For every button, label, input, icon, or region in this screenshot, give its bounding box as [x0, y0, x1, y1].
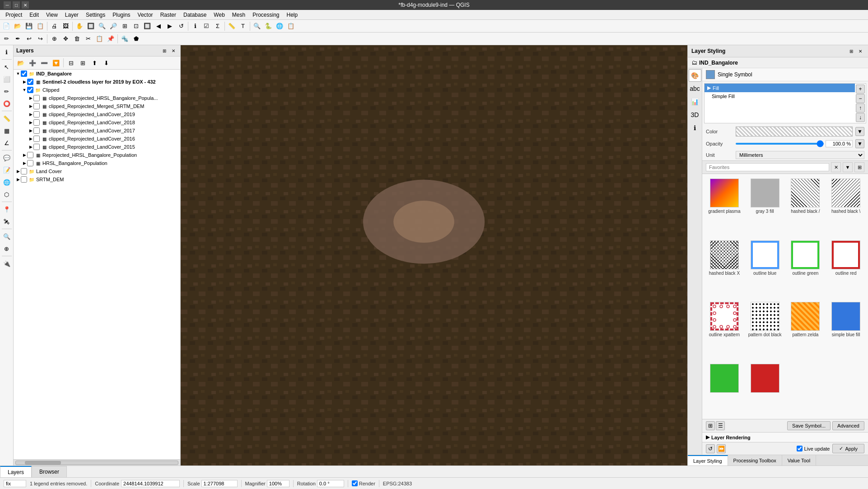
- unit-select[interactable]: Millimeters Pixels Points: [736, 151, 864, 159]
- remove-layer-button[interactable]: ➖: [39, 57, 50, 68]
- layer-item-hrsl-bangalore[interactable]: ▶ ▦ HRSL_Bangalore_Population: [14, 159, 180, 167]
- favorites-clear-button[interactable]: ✕: [831, 162, 841, 172]
- gps-button[interactable]: 🛰: [1, 216, 13, 227]
- delete-feature-button[interactable]: 🗑: [71, 33, 82, 44]
- layer-item-lc2018[interactable]: ▶ ▦ clipped_Reprojected_LandCover_2018: [14, 118, 180, 127]
- tab-browser[interactable]: Browser: [32, 466, 67, 477]
- select-button[interactable]: ☑: [201, 21, 212, 32]
- print-layout-button[interactable]: 🖨: [49, 21, 60, 32]
- layer-item-lc2017[interactable]: ▶ ▦ clipped_Reprojected_LandCover_2017: [14, 127, 180, 135]
- panel-icon2-button[interactable]: ⏩: [717, 444, 726, 453]
- layer-checkbox-lc2015[interactable]: [33, 144, 40, 150]
- symbol-hashed-slash[interactable]: hashed black /: [786, 177, 825, 237]
- opacity-options-button[interactable]: ▼: [855, 139, 864, 148]
- expand-icon[interactable]: ▶: [28, 96, 33, 100]
- open-project-button[interactable]: 📂: [12, 21, 23, 32]
- form-annotation-button[interactable]: 📝: [1, 164, 13, 176]
- add-feature-button[interactable]: ⊕: [49, 33, 60, 44]
- layer-item-sentinel[interactable]: ▶ ▦ Sentinel-2 cloudless layer for 2019 …: [14, 78, 180, 86]
- layer-checkbox-srtm-dem[interactable]: [21, 176, 27, 183]
- symbol-green-fill[interactable]: [705, 362, 744, 417]
- layer-checkbox-sentinel[interactable]: [27, 79, 33, 85]
- coordinate-input[interactable]: [121, 480, 180, 487]
- close-button[interactable]: ✕: [22, 1, 29, 9]
- layer-item-reproj-hrsl[interactable]: ▶ ▦ Reprojected_HRSL_Bangalore_Populatio…: [14, 151, 180, 159]
- menu-mesh[interactable]: Mesh: [229, 11, 249, 19]
- menu-help[interactable]: Help: [283, 11, 302, 19]
- layer-item-lc2019[interactable]: ▶ ▦ clipped_Reprojected_LandCover_2019: [14, 110, 180, 118]
- layer-checkbox-lc2019[interactable]: [33, 111, 40, 118]
- grid-view-button[interactable]: ⊞: [706, 421, 715, 430]
- identify-button[interactable]: ℹ: [190, 21, 201, 32]
- collapse-all-button[interactable]: ⊟: [65, 57, 76, 68]
- edit-button[interactable]: ✒: [12, 33, 23, 44]
- favorites-options-button[interactable]: ▼: [843, 162, 853, 172]
- expand-icon[interactable]: ▶: [22, 161, 27, 165]
- measure-angle-button[interactable]: ∠: [1, 137, 13, 149]
- layer-checkbox-hrsl-pop[interactable]: [33, 95, 40, 101]
- advanced-button[interactable]: Advanced: [832, 421, 864, 430]
- pan-map-button[interactable]: ✋: [74, 21, 85, 32]
- zoom-full-button[interactable]: ⊞: [119, 21, 130, 32]
- live-update-label[interactable]: Live update: [797, 446, 830, 451]
- layers-close-button[interactable]: ✕: [169, 47, 177, 55]
- zoom-selected-button[interactable]: ⊡: [131, 21, 141, 32]
- layer-item-srtm-dem[interactable]: ▶ 📁 SRTM_DEM: [14, 175, 180, 183]
- expand-all-button[interactable]: ⊞: [77, 57, 88, 68]
- snapping-button[interactable]: 🔩: [119, 33, 130, 44]
- remove-symbol-button[interactable]: −: [856, 94, 865, 103]
- layer-item-hrsl-pop[interactable]: ▶ ▦ clipped_Reprojected_HRSL_Bangalore_P…: [14, 94, 180, 102]
- menu-edit[interactable]: Edit: [26, 11, 42, 19]
- save-symbol-button[interactable]: Save Symbol...: [787, 421, 831, 430]
- layer-item-lc2015[interactable]: ▶ ▦ clipped_Reprojected_LandCover_2015: [14, 143, 180, 151]
- zoom-next-button[interactable]: ▶: [164, 21, 175, 32]
- symbol-outline-blue[interactable]: outline blue: [746, 239, 784, 299]
- statistics-button[interactable]: Σ: [212, 21, 223, 32]
- layer-item-srtm[interactable]: ▶ ▦ clipped_Reprojected_Merged_SRTM_DEM: [14, 102, 180, 110]
- select-features-button[interactable]: ↖: [1, 61, 13, 73]
- 3d-tab-button[interactable]: 3D: [689, 108, 701, 121]
- scale-input[interactable]: [201, 480, 238, 487]
- tab-layers[interactable]: Layers: [0, 466, 32, 477]
- svg-annotation-button[interactable]: ⬡: [1, 188, 13, 200]
- expand-icon[interactable]: ▼: [22, 88, 27, 92]
- color-options-button[interactable]: ▼: [855, 127, 864, 136]
- annotation-button[interactable]: 💬: [1, 152, 13, 164]
- measure-line-button[interactable]: 📏: [1, 113, 13, 124]
- pin-button[interactable]: 📍: [1, 203, 13, 215]
- expand-icon[interactable]: ▶: [28, 120, 33, 125]
- paste-feature-button[interactable]: 📌: [105, 33, 116, 44]
- stb-tab-value-tool[interactable]: Value Tool: [782, 455, 816, 465]
- measure-area-button[interactable]: ▦: [1, 125, 13, 136]
- expand-icon[interactable]: ▶: [28, 104, 33, 108]
- menu-plugins[interactable]: Plugins: [109, 11, 134, 19]
- layer-item-clipped[interactable]: ▼ 📁 Clipped: [14, 86, 180, 94]
- browser-button[interactable]: 🌐: [274, 21, 285, 32]
- add-layer-button[interactable]: ➕: [27, 57, 38, 68]
- color-picker[interactable]: [736, 127, 853, 136]
- refresh-button[interactable]: ↺: [176, 21, 187, 32]
- move-down-button[interactable]: ⬇: [101, 57, 112, 68]
- expand-icon[interactable]: ▶: [15, 169, 21, 174]
- measure-button[interactable]: 📏: [226, 21, 237, 32]
- expand-icon[interactable]: ▶: [28, 128, 33, 133]
- symbol-outline-green[interactable]: outline green: [786, 239, 825, 299]
- layer-item-land-cover[interactable]: ▶ 📁 Land Cover: [14, 167, 180, 175]
- expand-icon[interactable]: ▶: [28, 145, 33, 149]
- select-rect-button[interactable]: ⬜: [1, 73, 13, 85]
- symbol-pattern-dot[interactable]: pattern dot black: [746, 300, 784, 360]
- layer-checkbox-hrsl-bangalore[interactable]: [27, 160, 33, 166]
- open-layer-button[interactable]: 📂: [15, 57, 26, 68]
- expand-icon[interactable]: ▶: [15, 177, 21, 182]
- symbol-outline-xpattern[interactable]: outline xpattern: [705, 300, 744, 360]
- symbol-gray3fill[interactable]: gray 3 fill: [746, 177, 784, 237]
- zoom-layer-button[interactable]: 🔲: [142, 21, 153, 32]
- layers-expand-button[interactable]: ⊞: [160, 47, 168, 55]
- styling-close-button[interactable]: ✕: [856, 47, 864, 55]
- menu-layer[interactable]: Layer: [61, 11, 82, 19]
- move-up-button[interactable]: ⬆: [89, 57, 100, 68]
- zoom-in-button[interactable]: 🔍: [97, 21, 107, 32]
- layer-checkbox-lc2018[interactable]: [33, 119, 40, 126]
- html-annotation-button[interactable]: 🌐: [1, 176, 13, 188]
- move-up-symbol-button[interactable]: ↑: [856, 103, 865, 113]
